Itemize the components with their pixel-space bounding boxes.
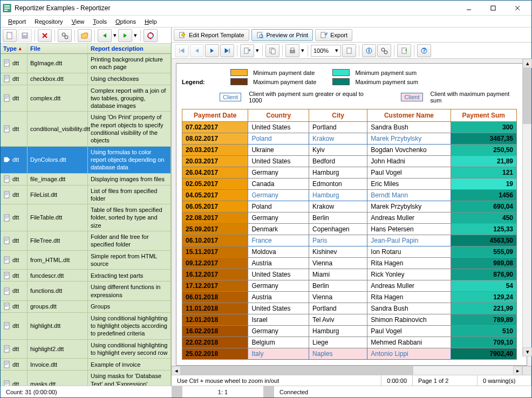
table-row: 17.12.2017GermanyBerlinAndreas Muller54 bbox=[182, 280, 517, 292]
menu-help[interactable]: Help bbox=[140, 17, 161, 26]
grid-row[interactable]: dttmasks.dttUsing masks for 'Database Te… bbox=[1, 370, 171, 386]
svg-rect-1 bbox=[4, 5, 10, 6]
preview-statusbar: Use Ctrl + mouse wheel to zoom in/out 0:… bbox=[172, 375, 531, 386]
svg-rect-68 bbox=[5, 347, 9, 347]
menu-report[interactable]: Report bbox=[4, 17, 30, 26]
table-row: 11.01.2018United StatesPortlandSandra Bu… bbox=[182, 303, 517, 314]
file-grid[interactable]: dttBgImage.dttPrinting background pictur… bbox=[1, 54, 171, 386]
scroll-down-button[interactable]: ▾ bbox=[523, 347, 532, 356]
first-page-button[interactable] bbox=[175, 44, 189, 57]
svg-point-97 bbox=[384, 51, 387, 54]
grid-row[interactable]: dttDynColors.dttUsing formulas to color … bbox=[1, 147, 171, 174]
col-header-type[interactable]: Type▲ bbox=[1, 44, 28, 53]
grid-row[interactable]: dttgroups.dttGroups bbox=[1, 301, 171, 313]
preview-scrollbar-h[interactable]: ◂ ▸ bbox=[172, 366, 531, 375]
cell-file: from_HTML.dtt bbox=[28, 251, 88, 270]
svg-rect-57 bbox=[5, 290, 9, 291]
save-button[interactable] bbox=[18, 29, 32, 42]
svg-rect-50 bbox=[5, 260, 8, 260]
svg-point-13 bbox=[62, 33, 65, 36]
scroll-thumb-v[interactable] bbox=[523, 68, 531, 124]
grid-row[interactable]: dttBgImage.dttPrinting background pictur… bbox=[1, 54, 171, 73]
cell-type: dtt bbox=[1, 301, 28, 312]
print-dropdown[interactable]: ▾ bbox=[301, 47, 305, 54]
refresh-button[interactable] bbox=[144, 29, 158, 42]
maximize-button[interactable] bbox=[481, 1, 505, 15]
zoom-fit-button[interactable] bbox=[342, 44, 356, 57]
svg-rect-38 bbox=[5, 195, 8, 195]
table-row: 25.09.2017DenmarkCopenhagenHans Petersen… bbox=[182, 224, 517, 235]
grid-row[interactable]: dttcheckbox.dttUsing checkboxes bbox=[1, 73, 171, 85]
export-dropdown[interactable]: ▾ bbox=[255, 47, 260, 54]
status-pos: 1: 1 bbox=[182, 386, 263, 397]
grid-row[interactable]: dttFileTree.dttFolder and file tree for … bbox=[1, 231, 171, 251]
svg-rect-98 bbox=[402, 48, 406, 53]
prev-page-button[interactable] bbox=[190, 44, 204, 57]
swatch-min-date bbox=[230, 69, 248, 76]
grid-row[interactable]: dttfile_image.dttDisplaying images from … bbox=[1, 174, 171, 186]
cell-desc: Displaying images from files bbox=[88, 174, 171, 185]
forward-dropdown[interactable]: ▾ bbox=[133, 32, 138, 39]
back-button[interactable] bbox=[98, 29, 112, 42]
scroll-thumb-h[interactable] bbox=[181, 366, 413, 375]
zoom-combo[interactable]: 100%▾ bbox=[311, 45, 341, 57]
preview-icon bbox=[256, 31, 264, 39]
back-dropdown[interactable]: ▾ bbox=[113, 32, 117, 39]
info-button[interactable]: i bbox=[362, 44, 376, 57]
search-button[interactable] bbox=[377, 44, 391, 57]
menu-view[interactable]: View bbox=[67, 17, 89, 26]
cell-desc: Folder and file tree for specified folde… bbox=[88, 231, 171, 250]
export-page-button[interactable] bbox=[240, 44, 254, 57]
delete-button[interactable] bbox=[38, 29, 52, 42]
find-button[interactable] bbox=[58, 29, 72, 42]
grid-row[interactable]: dttfuncdescr.dttExtracting text parts bbox=[1, 270, 171, 282]
grid-row[interactable]: dtthighlight.dttUsing conditional highli… bbox=[1, 313, 171, 340]
copy-button[interactable] bbox=[265, 44, 279, 57]
svg-rect-25 bbox=[5, 97, 9, 98]
scroll-left-button[interactable]: ◂ bbox=[172, 366, 181, 375]
print-button[interactable] bbox=[285, 44, 299, 57]
grid-row[interactable]: dtthighlight2.dttUsing conditional highl… bbox=[1, 340, 171, 359]
regenerate-button[interactable] bbox=[397, 44, 411, 57]
col-header-desc[interactable]: Report description bbox=[88, 44, 171, 53]
table-header: City bbox=[309, 109, 367, 122]
next-page-button[interactable] bbox=[205, 44, 219, 57]
menu-options[interactable]: Options bbox=[111, 17, 140, 26]
svg-rect-44 bbox=[5, 238, 9, 239]
grid-row[interactable]: dttfrom_HTML.dttSimple report from HTML … bbox=[1, 251, 171, 270]
last-page-button[interactable] bbox=[220, 44, 234, 57]
table-row: 20.03.2017United StatesBedfordJohn Hladn… bbox=[182, 156, 517, 167]
close-button[interactable] bbox=[505, 1, 529, 15]
preview-scrollbar-v[interactable]: ▴ ▾ bbox=[522, 59, 531, 356]
cell-type: dtt bbox=[1, 251, 28, 270]
svg-rect-52 bbox=[5, 273, 9, 274]
menu-repository[interactable]: Repository bbox=[30, 17, 67, 26]
forward-button[interactable] bbox=[118, 29, 132, 42]
table-row: 16.12.2017United StatesMiamiRick Yonley8… bbox=[182, 269, 517, 280]
scroll-up-button[interactable]: ▴ bbox=[523, 59, 532, 68]
svg-rect-78 bbox=[5, 384, 8, 385]
svg-rect-30 bbox=[5, 129, 8, 129]
tab-export[interactable]: Export bbox=[315, 29, 352, 41]
table-header: Country bbox=[248, 109, 309, 122]
grid-row[interactable]: dttfunctions.dttUsing different function… bbox=[1, 282, 171, 301]
grid-row[interactable]: dttconditional_visibility.dttUsing 'On P… bbox=[1, 112, 171, 146]
svg-rect-33 bbox=[5, 178, 9, 179]
scroll-right-button[interactable]: ▸ bbox=[513, 366, 522, 375]
svg-rect-10 bbox=[23, 33, 26, 35]
grid-row[interactable]: dttInvoice.dttExample of invoice bbox=[1, 359, 171, 370]
open-folder-button[interactable] bbox=[78, 29, 92, 42]
grid-row[interactable]: dttcomplex.dttComplex report with a join… bbox=[1, 85, 171, 112]
tab-preview[interactable]: Preview or Print bbox=[251, 29, 313, 41]
cell-file: BgImage.dtt bbox=[28, 54, 88, 73]
col-header-file[interactable]: File bbox=[28, 44, 88, 53]
tab-edit[interactable]: Edit Report Template bbox=[174, 29, 249, 41]
new-button[interactable] bbox=[3, 29, 17, 42]
grid-row[interactable]: dttFileList.dttList of files from specif… bbox=[1, 186, 171, 205]
cell-type: dtt bbox=[1, 282, 28, 300]
grid-row[interactable]: dttFileTable.dttTable of files from spec… bbox=[1, 204, 171, 231]
preview-area[interactable]: Legend: Minimum payment date Maximum pay… bbox=[172, 59, 531, 366]
help-button[interactable]: ? bbox=[417, 44, 431, 57]
minimize-button[interactable] bbox=[456, 1, 481, 15]
menu-tools[interactable]: Tools bbox=[88, 17, 111, 26]
